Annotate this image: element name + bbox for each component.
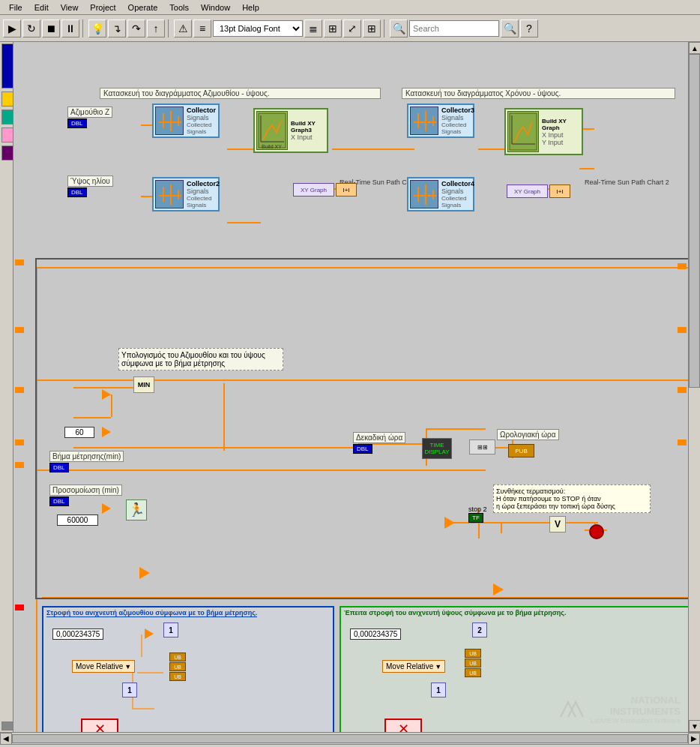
xy-graph2: XY Graph [507, 184, 548, 198]
left-tab-yellow[interactable] [1, 92, 13, 106]
sub1-ub-cluster: UB UB UB [169, 652, 186, 681]
toolbar-stop[interactable]: ⏹ [42, 20, 60, 38]
svg-text:Build XY: Build XY [262, 144, 282, 149]
sub1-error: ✕ ✕ ROSTO [81, 718, 122, 732]
toolbar-sep2 [168, 20, 171, 38]
collector4-signals: Signals [441, 188, 474, 195]
menu-file[interactable]: File [3, 2, 28, 14]
toolbar-search-go[interactable]: 🔍 [501, 20, 519, 38]
scroll-down-btn[interactable]: ▼ [689, 720, 700, 732]
left-indicator3 [15, 387, 24, 393]
stop-button[interactable] [589, 524, 604, 539]
build-graph3-block: Build XY Build XY Graph3 X Input [253, 108, 328, 153]
collector1-collected: Collected Signals [187, 122, 217, 135]
menu-window[interactable]: Window [195, 2, 236, 14]
svg-rect-46 [259, 113, 286, 148]
const-60: 60 [64, 427, 94, 438]
clock-hour-node: Ωρολογιακή ώρα [497, 429, 559, 440]
menu-project[interactable]: Project [84, 2, 121, 14]
toolbar-step-over[interactable]: ↷ [127, 20, 145, 38]
scroll-track-bottom[interactable] [12, 734, 688, 743]
font-selector[interactable]: 13pt Dialog Font [213, 20, 303, 37]
main-loop-border [35, 258, 688, 599]
collector2-collected: Collected Signals [187, 195, 220, 208]
toolbar-sep1 [82, 20, 85, 38]
collector1-block: Collector Signals Collected Signals [152, 104, 220, 138]
toolbar-step-into[interactable]: ↴ [108, 20, 126, 38]
sub1-label: Στροφή του ανιχνευτή αζιμουθίου σύμφωνα … [46, 609, 257, 617]
toolbar-resize[interactable]: ⤢ [343, 20, 361, 38]
collector3-signals: Signals [441, 114, 474, 122]
toolbar-warn[interactable]: ⚠ [174, 20, 192, 38]
right-indicator2 [678, 327, 687, 333]
collector4-collected: Collected Signals [441, 195, 474, 208]
sub1-node1b: 1 [122, 682, 137, 698]
right-indicator4 [678, 440, 687, 446]
toolbar-pause[interactable]: ⏸ [61, 20, 79, 38]
menu-edit[interactable]: Edit [28, 2, 55, 14]
menu-view[interactable]: View [55, 2, 85, 14]
scroll-left-btn[interactable]: ◀ [0, 733, 12, 745]
build-graph3-xinput: X Input [291, 134, 325, 141]
scroll-track-right[interactable] [689, 54, 700, 388]
collector3-name: Collector3 [441, 106, 474, 114]
statusbar: Evaluation [0, 744, 700, 747]
sub2-move-relative[interactable]: Move Relative ▼ [382, 660, 445, 673]
svg-rect-0 [36, 267, 688, 268]
collector1-signals: Signals [187, 114, 217, 122]
toolbar-ctx[interactable]: ≡ [193, 20, 211, 38]
toolbar-run[interactable]: ▶ [3, 20, 21, 38]
left-tab-pink[interactable] [1, 128, 13, 142]
left-tab-purple[interactable] [1, 146, 13, 160]
sub1-arrow1 [145, 628, 154, 639]
or-block: V [549, 516, 566, 532]
term-label-box: Συνθήκες τερματισμού: Η όταν πατήσουμε τ… [493, 484, 651, 513]
svg-rect-17 [111, 394, 112, 417]
menu-operate[interactable]: Operate [122, 2, 164, 14]
min-block: MIN [133, 376, 154, 393]
left-tab-bottom[interactable] [1, 722, 13, 730]
toolbar-reorder[interactable]: ⊞ [363, 20, 381, 38]
step-node: Βήμα μέτρησης(min) DBL [49, 451, 124, 472]
toolbar-light[interactable]: 💡 [88, 20, 106, 38]
toolbar-step-out[interactable]: ↑ [147, 20, 165, 38]
search-input[interactable] [409, 20, 499, 37]
collector2-name: Collector2 [187, 180, 220, 188]
scroll-right-btn[interactable]: ▶ [688, 733, 700, 745]
sub1-move-relative[interactable]: Move Relative ▼ [72, 660, 135, 673]
sub2-node1: 1 [431, 682, 446, 698]
left-tab-blue[interactable] [1, 44, 13, 88]
svg-rect-3 [36, 267, 37, 732]
subdiagram1: Στροφή του ανιχνευτή αζιμουθίου σύμφωνα … [42, 606, 334, 732]
svg-rect-58 [510, 113, 537, 150]
left-tab-teal[interactable] [1, 110, 13, 124]
run-icon-block: 🏃 [126, 500, 147, 520]
svg-rect-18 [73, 417, 111, 418]
build-graph-yinput: Y Input [542, 139, 580, 146]
toolbar-distribute[interactable]: ⊞ [324, 20, 342, 38]
collector4-name: Collector4 [441, 180, 474, 188]
sub2-ub-cluster: UB UB UB [465, 649, 481, 677]
toolbar-search-icon[interactable]: 🔍 [390, 20, 408, 38]
collector2-signals: Signals [187, 188, 220, 195]
arrow-loop1 [139, 567, 150, 579]
sub1-const: 0,000234375 [52, 628, 103, 640]
toolbar-run-cont[interactable]: ↻ [22, 20, 40, 38]
menu-help[interactable]: Help [236, 2, 265, 14]
scroll-space [689, 388, 700, 720]
build-graph-name: Build XY Graph [542, 118, 580, 131]
height-dbl: DBL [67, 188, 87, 197]
svg-rect-24 [426, 428, 486, 430]
toolbar-align[interactable]: ≣ [304, 20, 322, 38]
svg-rect-9 [227, 222, 261, 224]
svg-rect-20 [223, 383, 225, 451]
calc-label-box: Υπολογισμός του Αζιμουθίου και του ύψους… [118, 348, 283, 370]
xy-graph2-indicator: I+I [549, 184, 570, 198]
region1-label: Κατασκευή του διαγράμματος Αζιμουθίου - … [100, 88, 381, 99]
scroll-up-btn[interactable]: ▲ [689, 42, 700, 54]
toolbar: ▶ ↻ ⏹ ⏸ 💡 ↴ ↷ ↑ ⚠ ≡ 13pt Dialog Font ≣ ⊞… [0, 15, 700, 42]
toolbar-help[interactable]: ? [520, 20, 538, 38]
toolbar-sep3 [384, 20, 387, 38]
svg-rect-21 [163, 447, 358, 448]
menu-tools[interactable]: Tools [163, 2, 195, 14]
